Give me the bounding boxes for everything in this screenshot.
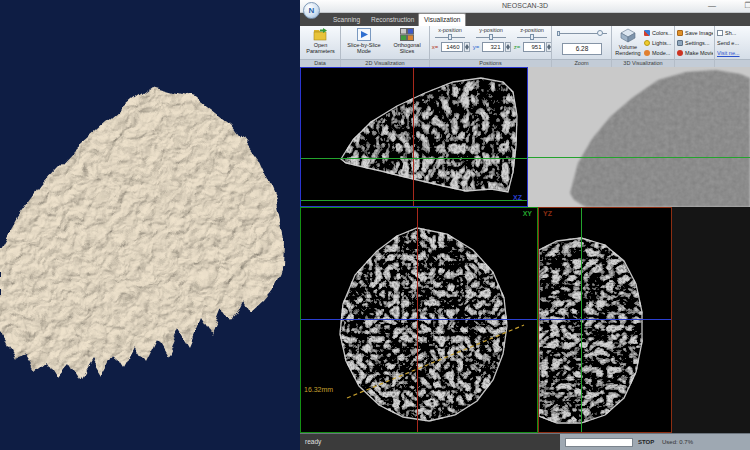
minimize-button[interactable]: — — [704, 0, 720, 12]
viewport-empty-area — [672, 207, 750, 433]
tab-visualization[interactable]: Visualization — [418, 13, 466, 26]
group-label-zoom: Zoom — [552, 59, 611, 67]
xy-crosshair-horizontal[interactable] — [301, 319, 537, 320]
z-position-slider[interactable] — [517, 34, 547, 41]
view-yz-slice[interactable]: YZ — [538, 207, 672, 433]
yz-crosshair-horizontal[interactable] — [539, 319, 671, 320]
send-email-label: Send e... — [717, 40, 739, 46]
y-axis-icon: y= — [472, 43, 481, 51]
xy-crosshair-vertical[interactable] — [417, 208, 418, 432]
mode-label: Mode... — [652, 50, 670, 56]
volume-rendering-label: Volume Rendering — [613, 44, 643, 56]
z-slider-handle[interactable] — [530, 34, 534, 40]
save-image-button[interactable]: Save Image... — [677, 28, 713, 38]
y-position-label: y-position — [471, 27, 511, 33]
lights-button[interactable]: Lights... — [644, 38, 673, 48]
y-position-input[interactable]: 321 — [482, 42, 504, 52]
group-label-3d-visualization: 3D Visualization — [612, 59, 674, 67]
colors-label: Colors... — [652, 30, 672, 36]
z-position-input[interactable]: 951 — [523, 42, 545, 52]
xy-slice-image — [301, 208, 537, 432]
ribbon-group-2d-visualization: Slice-by-Slice Mode Orthogonal Slices 2D… — [341, 26, 430, 67]
x-position-slider[interactable] — [435, 34, 465, 41]
x-position-control: x-position x= 1460 — [430, 27, 470, 52]
x-position-input[interactable]: 1460 — [441, 42, 463, 52]
projection-image — [528, 67, 750, 207]
xz-view-label: XZ — [513, 194, 522, 202]
group-label-support — [715, 59, 750, 67]
support-checkbox-row[interactable]: Sh... — [717, 28, 749, 38]
yz-crosshair-vertical[interactable] — [581, 208, 582, 432]
progress-bar — [565, 438, 633, 447]
memory-usage-label: Used: 0.7% — [662, 439, 693, 445]
window-title: NEOSCAN-3D — [360, 2, 690, 9]
tab-reconstruction[interactable]: Reconstruction — [366, 13, 419, 26]
group-label-2d-visualization: 2D Visualization — [341, 59, 429, 67]
ribbon-group-support: Sh... Send e... Visit ne... — [715, 26, 750, 67]
ribbon-group-zoom: 6.28 Zoom — [552, 26, 612, 67]
xz-crosshair-horizontal[interactable] — [301, 158, 527, 159]
xz-crosshair-vertical[interactable] — [413, 68, 414, 206]
y-slider-handle[interactable] — [489, 34, 493, 40]
status-text: ready — [300, 434, 560, 450]
yz-view-label: YZ — [543, 210, 552, 218]
open-folder-icon — [313, 28, 328, 41]
settings-button[interactable]: Settings... — [677, 38, 713, 48]
slice-by-slice-mode-button[interactable]: Slice-by-Slice Mode — [343, 28, 385, 54]
visit-website-label: Visit ne... — [717, 50, 740, 56]
bone-3d-render — [0, 0, 300, 450]
visit-website-link[interactable]: Visit ne... — [717, 48, 749, 58]
stop-button[interactable]: STOP — [638, 439, 654, 445]
zoom-slider-handle[interactable] — [597, 30, 603, 36]
ribbon-group-options: Save Image... Settings... Make Movie... — [675, 26, 715, 67]
settings-label: Settings... — [685, 40, 709, 46]
projection-crosshair-horizontal[interactable] — [528, 157, 750, 158]
x-slider-handle[interactable] — [448, 34, 452, 40]
volume-render-panel[interactable] — [0, 0, 300, 450]
slice-mode-icon — [357, 28, 371, 41]
mode-button[interactable]: Mode... — [644, 48, 673, 58]
xy-view-label: XY — [523, 210, 532, 218]
ribbon-group-positions: x-position x= 1460 y-position y= 321 — [430, 26, 552, 67]
lightbulb-icon — [644, 40, 650, 46]
slice-mode-label: Slice-by-Slice Mode — [343, 42, 385, 54]
open-parameters-label: Open Parameters — [302, 42, 339, 54]
x-spinner-arrows[interactable] — [464, 42, 470, 52]
y-position-slider[interactable] — [476, 34, 506, 41]
ribbon-group-data: Open Parameters Data — [300, 26, 341, 67]
ribbon: Open Parameters Data Slice-by-Slice Mode — [300, 26, 750, 67]
zoom-value-input[interactable]: 6.28 — [562, 43, 602, 55]
record-movie-icon — [677, 50, 683, 56]
x-axis-icon: x= — [431, 43, 440, 51]
view-xz-slice[interactable]: XZ — [300, 67, 528, 207]
save-image-icon — [677, 30, 683, 36]
slice-viewport: XZ — [300, 67, 750, 433]
z-axis-icon: z= — [513, 43, 522, 51]
support-checkbox[interactable] — [717, 30, 723, 36]
zoom-slider[interactable] — [557, 30, 607, 38]
open-parameters-button[interactable]: Open Parameters — [302, 28, 339, 54]
make-movie-label: Make Movie... — [685, 50, 713, 56]
maximize-button[interactable]: ❐ — [740, 0, 750, 12]
xz-slice-indicator-line — [301, 200, 527, 201]
view-projection[interactable] — [528, 67, 750, 207]
support-checkbox-label: Sh... — [725, 30, 736, 36]
z-spinner-arrows[interactable] — [546, 42, 552, 52]
send-email-link[interactable]: Send e... — [717, 38, 749, 48]
group-label-options — [675, 59, 714, 67]
orthogonal-slices-label: Orthogonal Slices — [386, 42, 428, 54]
xz-slice-image — [301, 68, 527, 206]
orthogonal-slices-button[interactable]: Orthogonal Slices — [386, 28, 428, 54]
group-label-data: Data — [300, 59, 340, 67]
statusbar: ready STOP Used: 0.7% — [300, 433, 750, 450]
tab-scanning[interactable]: Scanning — [328, 13, 365, 26]
y-spinner-arrows[interactable] — [505, 42, 511, 52]
yz-slice-image — [539, 208, 671, 432]
z-position-label: z-position — [512, 27, 552, 33]
colors-button[interactable]: Colors... — [644, 28, 673, 38]
volume-rendering-icon — [619, 28, 637, 43]
make-movie-button[interactable]: Make Movie... — [677, 48, 713, 58]
tabbar: N Scanning Reconstruction Visualization — [300, 13, 750, 26]
view-xy-slice[interactable]: 16.32mm XY — [300, 207, 538, 433]
volume-rendering-button[interactable]: Volume Rendering — [613, 28, 643, 56]
